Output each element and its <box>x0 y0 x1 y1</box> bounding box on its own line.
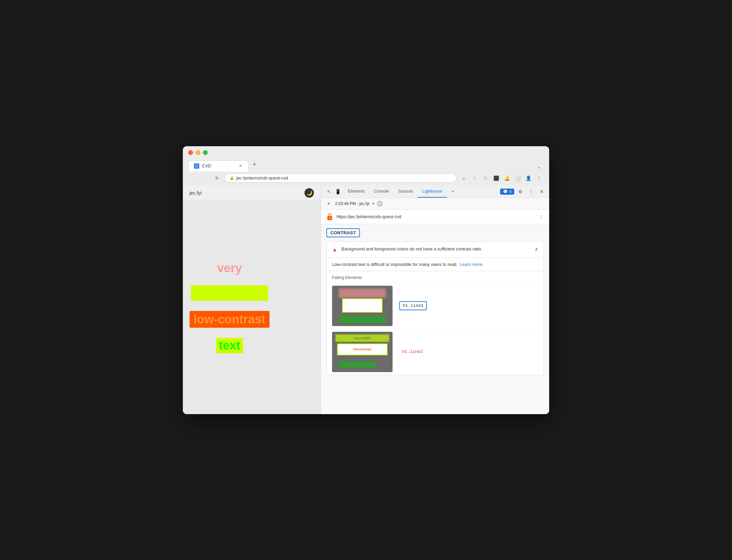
devtools-panel: ↖ 📱 Elements Console Sources Lighthouse … <box>321 186 549 414</box>
lighthouse-content: https://jec.fyi/demo/cds-quest-cvd ⋮ CON… <box>321 210 549 414</box>
extensions-button[interactable]: ⬛ <box>491 173 501 183</box>
tab-expand-button[interactable]: ⌄ <box>534 163 544 171</box>
devtools-settings-button[interactable]: ⚙ <box>516 187 525 196</box>
share-button[interactable]: ↑ <box>470 173 479 183</box>
maximize-traffic-light[interactable] <box>203 150 208 155</box>
thumb2-inaccessible-label: inaccessible <box>335 334 389 342</box>
contrast-detail-card: ▲ Background and foreground colors do no… <box>326 241 544 375</box>
site-name-label: jec.fyi <box>190 190 202 196</box>
add-audit-button[interactable]: + <box>325 200 332 207</box>
tab-title: CVD <box>202 163 235 168</box>
tab-elements[interactable]: Elements <box>343 186 369 198</box>
element-selector-1[interactable]: h1.line1 <box>399 301 427 310</box>
contrast-description: Low-contrast text is difficult or imposs… <box>327 258 543 271</box>
audit-chevron-icon[interactable]: ▾ <box>372 201 374 206</box>
chat-icon: 💬 <box>503 189 508 194</box>
thumb-pink-blur <box>339 288 386 298</box>
chat-count: 4 <box>509 189 512 194</box>
profile-button[interactable]: 👤 <box>524 173 533 183</box>
forward-button[interactable]: → <box>200 173 210 183</box>
audit-timestamp: 2:03:48 PM - jec.fyi <box>335 201 370 206</box>
devtools-sub-bar: + 2:03:48 PM - jec.fyi ▾ <box>321 198 549 210</box>
word-text: text <box>216 338 243 353</box>
webpage-header: jec.fyi 🌙 <box>183 186 321 200</box>
main-area: jec.fyi 🌙 very inaccessible low-contrast… <box>183 186 549 414</box>
audit-block-icon[interactable] <box>377 201 382 206</box>
devtools-device-icon[interactable]: 📱 <box>334 188 342 196</box>
toolbar-icons: ⌕ ↑ ☆ ⬛ 🔔 ⬜ 👤 ⋮ <box>459 173 544 183</box>
tab-bar: C CVD ✕ + ⌄ <box>188 158 544 171</box>
close-traffic-light[interactable] <box>188 150 193 155</box>
failing-label: Failing Elements <box>327 271 543 283</box>
search-button[interactable]: ⌕ <box>459 173 469 183</box>
lh-url-bar: https://jec.fyi/demo/cds-quest-cvd ⋮ <box>321 210 549 224</box>
tab-more[interactable]: » <box>447 186 459 198</box>
active-tab[interactable]: C CVD ✕ <box>188 160 249 171</box>
tab-favicon: C <box>194 163 199 169</box>
chat-badge[interactable]: 💬 4 <box>500 189 514 195</box>
webpage-content: very inaccessible low-contrast text <box>183 200 276 414</box>
traffic-lights <box>188 150 544 155</box>
thumb2-low-contrast-text: low-contrast <box>353 348 371 351</box>
contrast-badge[interactable]: CONTRAST <box>326 228 360 237</box>
element-row: h1.line1 <box>327 283 543 329</box>
lh-url-text: https://jec.fyi/demo/cds-quest-cvd <box>336 214 536 219</box>
address-bar: ← → ↻ 🔒 jec.fyi/demo/cds-quest-cvd ⌕ ↑ ☆… <box>183 171 549 186</box>
thumb2-green-blur <box>339 361 376 368</box>
minimize-traffic-light[interactable] <box>196 150 200 155</box>
lh-lock-icon <box>326 213 333 221</box>
tab-console[interactable]: Console <box>369 186 394 198</box>
learn-more-link[interactable]: Learn more <box>460 262 482 267</box>
element-selector-2[interactable]: h1.line2 <box>399 348 425 356</box>
devtools-cursor-icon[interactable]: ↖ <box>325 188 333 196</box>
devtools-close-button[interactable]: ✕ <box>537 187 546 196</box>
reload-button[interactable]: ↻ <box>212 173 222 183</box>
tab-close-button[interactable]: ✕ <box>238 163 243 169</box>
back-button[interactable]: ← <box>188 173 198 183</box>
webpage-panel: jec.fyi 🌙 very inaccessible low-contrast… <box>183 186 321 414</box>
tab-sources[interactable]: Sources <box>394 186 418 198</box>
dark-mode-button[interactable]: 🌙 <box>304 188 314 198</box>
thumb-white-box <box>342 298 382 313</box>
collapse-button[interactable]: ∧ <box>535 246 538 252</box>
element-thumbnail-1 <box>332 286 393 326</box>
thumb-green-blur <box>339 316 386 323</box>
browser-window: C CVD ✕ + ⌄ ← → ↻ 🔒 jec.fyi/demo/cds-que… <box>183 146 549 414</box>
bookmark-button[interactable]: ☆ <box>481 173 490 183</box>
url-text: jec.fyi/demo/cds-quest-cvd <box>236 175 288 181</box>
lh-more-button[interactable]: ⋮ <box>539 214 544 219</box>
element-thumbnail-2: inaccessible low-contrast <box>332 332 393 372</box>
lock-icon: 🔒 <box>230 176 234 180</box>
element-row-2: inaccessible low-contrast h1.line2 <box>327 329 543 375</box>
devtools-tabbar: ↖ 📱 Elements Console Sources Lighthouse … <box>321 186 549 198</box>
warning-triangle-icon: ▲ <box>332 247 337 253</box>
devtools-more-button[interactable]: ⋮ <box>526 187 536 196</box>
contrast-desc-text: Low-contrast text is difficult or imposs… <box>332 262 457 267</box>
svg-point-1 <box>329 217 330 219</box>
more-button[interactable]: ⋮ <box>534 173 544 183</box>
word-inaccessible: inaccessible <box>191 285 268 301</box>
devtools-right-controls: 💬 4 ⚙ ⋮ ✕ <box>500 187 546 196</box>
word-very: very <box>217 261 242 275</box>
moon-icon: 🌙 <box>307 190 312 196</box>
thumb2-white-box: low-contrast <box>337 344 388 355</box>
failing-elements-section: Failing Elements h1.line1 <box>327 271 543 375</box>
alert-button[interactable]: 🔔 <box>502 173 512 183</box>
contrast-warning-row: ▲ Background and foreground colors do no… <box>327 242 543 258</box>
warning-text: Background and foreground colors do not … <box>341 246 531 251</box>
title-bar: C CVD ✕ + ⌄ <box>183 146 549 171</box>
address-field[interactable]: 🔒 jec.fyi/demo/cds-quest-cvd <box>225 173 456 183</box>
new-tab-button[interactable]: + <box>249 158 260 171</box>
tab-lighthouse[interactable]: Lighthouse <box>418 186 447 198</box>
word-low-contrast: low-contrast <box>190 311 270 328</box>
sidebar-button[interactable]: ⬜ <box>513 173 522 183</box>
